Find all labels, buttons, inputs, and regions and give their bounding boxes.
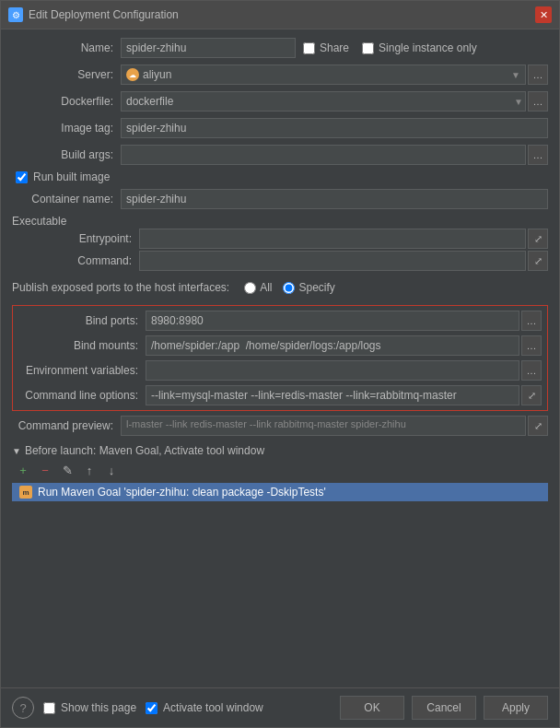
activate-tool-window-row: Activate tool window bbox=[146, 701, 263, 714]
help-button[interactable]: ? bbox=[12, 697, 34, 719]
command-row: Command: ⤢ bbox=[12, 250, 548, 272]
entrypoint-row: Entrypoint: ⤢ bbox=[12, 228, 548, 250]
share-checkbox-row: Share Single instance only bbox=[303, 41, 477, 54]
cmd-preview-label: Command preview: bbox=[12, 419, 113, 432]
build-args-input[interactable] bbox=[121, 145, 526, 165]
entrypoint-label: Entrypoint: bbox=[30, 232, 132, 245]
dockerfile-select-wrapper: dockerfile ▼ bbox=[121, 91, 526, 112]
cancel-button[interactable]: Cancel bbox=[412, 696, 476, 720]
title-bar-left: ⚙ Edit Deployment Configuration bbox=[8, 7, 179, 22]
server-settings-btn[interactable]: … bbox=[528, 65, 548, 85]
command-label: Command: bbox=[30, 254, 132, 267]
image-tag-label: Image tag: bbox=[12, 122, 113, 135]
entrypoint-expand-btn[interactable]: ⤢ bbox=[528, 229, 548, 249]
server-label: Server: bbox=[12, 68, 113, 81]
command-expand-btn[interactable]: ⤢ bbox=[528, 251, 548, 271]
launch-toolbar: + − ✎ ↑ ↓ bbox=[12, 461, 548, 479]
build-args-row: Build args: … bbox=[12, 144, 548, 166]
run-built-image-checkbox[interactable] bbox=[16, 171, 28, 183]
single-instance-label: Single instance only bbox=[379, 41, 477, 54]
move-down-launch-btn[interactable]: ↓ bbox=[102, 461, 121, 479]
bottom-bar: ? Show this page Activate tool window OK… bbox=[1, 687, 559, 727]
name-input[interactable] bbox=[121, 38, 296, 58]
executable-section: Executable Entrypoint: ⤢ Command: ⤢ bbox=[12, 215, 548, 272]
ports-section: Bind ports: … Bind mounts: … Environment… bbox=[12, 305, 548, 411]
cmd-preview-row: Command preview: l-master --link redis-m… bbox=[12, 416, 548, 436]
bind-ports-btn[interactable]: … bbox=[521, 311, 542, 331]
window-title: Edit Deployment Configuration bbox=[29, 8, 179, 21]
edit-launch-btn[interactable]: ✎ bbox=[58, 461, 76, 479]
container-name-input[interactable] bbox=[121, 189, 548, 209]
env-vars-row: Environment variables: … bbox=[18, 359, 542, 382]
cmd-line-options-label: Command line options: bbox=[18, 389, 138, 402]
cmd-preview-expand-btn[interactable]: ⤢ bbox=[528, 416, 548, 436]
window-icon: ⚙ bbox=[8, 7, 23, 22]
env-vars-input[interactable] bbox=[146, 360, 519, 381]
activate-tool-window-label: Activate tool window bbox=[163, 701, 263, 714]
launch-item-icon: m bbox=[19, 486, 32, 499]
cmd-line-options-input[interactable] bbox=[146, 385, 519, 405]
bottom-right: OK Cancel Apply bbox=[340, 696, 548, 720]
command-input[interactable] bbox=[139, 251, 526, 271]
single-instance-checkbox[interactable] bbox=[362, 42, 374, 54]
bind-ports-group: … bbox=[146, 311, 542, 331]
publish-ports-row: Publish exposed ports to the host interf… bbox=[12, 276, 548, 299]
specify-radio[interactable] bbox=[283, 282, 295, 294]
image-tag-row: Image tag: bbox=[12, 117, 548, 139]
server-row: Server: ☁ aliyun ▼ … bbox=[12, 64, 548, 86]
run-built-image-row: Run built image bbox=[12, 170, 548, 183]
command-group: ⤢ bbox=[139, 251, 548, 271]
remove-launch-btn[interactable]: − bbox=[36, 461, 54, 479]
entrypoint-input[interactable] bbox=[139, 229, 526, 249]
bind-mounts-btn[interactable]: … bbox=[521, 335, 542, 356]
env-vars-group: … bbox=[146, 360, 542, 381]
launch-item[interactable]: m Run Maven Goal 'spider-zhihu: clean pa… bbox=[12, 483, 548, 501]
cmd-line-options-group: ⤢ bbox=[146, 385, 542, 405]
dialog-window: ⚙ Edit Deployment Configuration ✕ Name: … bbox=[0, 0, 560, 728]
share-item: Share bbox=[303, 41, 349, 54]
env-vars-btn[interactable]: … bbox=[521, 360, 542, 381]
before-launch-section: ▼ Before launch: Maven Goal, Activate to… bbox=[12, 444, 548, 501]
single-instance-item: Single instance only bbox=[362, 41, 477, 54]
radio-group: All Specify bbox=[244, 281, 335, 294]
dockerfile-label: Dockerfile: bbox=[12, 95, 113, 108]
ok-button[interactable]: OK bbox=[340, 696, 404, 720]
server-icon: ☁ bbox=[126, 68, 139, 81]
move-up-launch-btn[interactable]: ↑ bbox=[80, 461, 99, 479]
executable-label: Executable bbox=[12, 212, 66, 229]
build-args-btn[interactable]: … bbox=[528, 145, 548, 165]
dockerfile-row: Dockerfile: dockerfile ▼ … bbox=[12, 90, 548, 112]
dockerfile-select[interactable]: dockerfile bbox=[121, 91, 526, 112]
title-bar: ⚙ Edit Deployment Configuration ✕ bbox=[1, 1, 559, 29]
image-tag-input[interactable] bbox=[121, 118, 548, 138]
bind-mounts-input[interactable] bbox=[146, 335, 519, 356]
all-radio-item: All bbox=[244, 281, 272, 294]
apply-button[interactable]: Apply bbox=[484, 696, 548, 720]
cmd-preview-group: l-master --link redis-master --link rabb… bbox=[121, 416, 548, 436]
bind-ports-input[interactable] bbox=[146, 311, 519, 331]
cmd-line-options-expand-btn[interactable]: ⤢ bbox=[521, 385, 542, 405]
show-page-checkbox[interactable] bbox=[43, 702, 55, 714]
bind-mounts-label: Bind mounts: bbox=[18, 339, 138, 352]
form-content: Name: Share Single instance only Server: bbox=[1, 29, 559, 687]
close-button[interactable]: ✕ bbox=[535, 6, 552, 23]
server-select[interactable]: ☁ aliyun ▼ bbox=[121, 65, 526, 85]
env-vars-label: Environment variables: bbox=[18, 364, 138, 377]
activate-tool-window-checkbox[interactable] bbox=[146, 702, 158, 714]
all-radio[interactable] bbox=[244, 282, 256, 294]
before-launch-label: Before launch: Maven Goal, Activate tool… bbox=[25, 444, 264, 457]
add-launch-btn[interactable]: + bbox=[14, 461, 32, 479]
dockerfile-settings-btn[interactable]: … bbox=[528, 91, 548, 112]
bind-ports-label: Bind ports: bbox=[18, 314, 138, 327]
share-label: Share bbox=[320, 41, 349, 54]
run-built-image-label: Run built image bbox=[33, 170, 110, 183]
build-args-group: … bbox=[121, 145, 548, 165]
share-checkbox[interactable] bbox=[303, 42, 315, 54]
bind-mounts-group: … bbox=[146, 335, 542, 356]
cmd-line-options-row: Command line options: ⤢ bbox=[18, 384, 542, 406]
show-page-label: Show this page bbox=[61, 701, 136, 714]
server-value: aliyun bbox=[143, 68, 171, 81]
publish-ports-label: Publish exposed ports to the host interf… bbox=[12, 281, 229, 294]
before-launch-header: ▼ Before launch: Maven Goal, Activate to… bbox=[12, 444, 548, 457]
name-row: Name: Share Single instance only bbox=[12, 37, 548, 59]
